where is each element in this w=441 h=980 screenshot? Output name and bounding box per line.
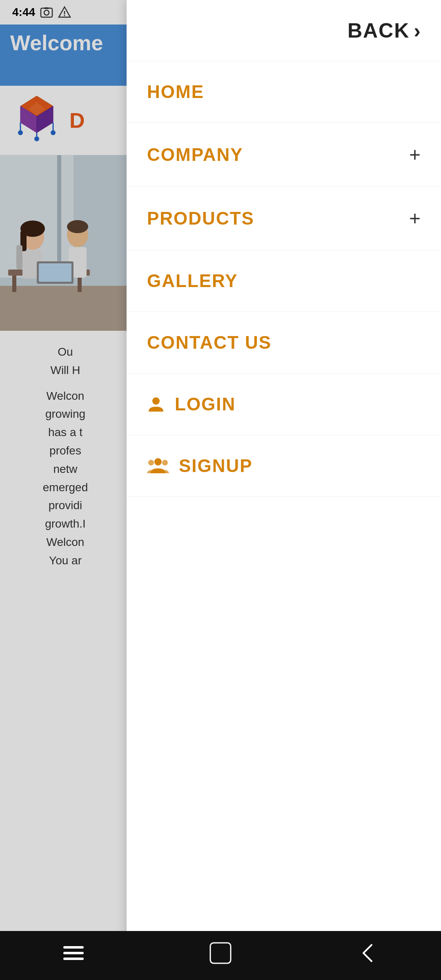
menu-label-gallery: GALLERY [147, 271, 238, 291]
svg-point-29 [162, 460, 168, 466]
svg-rect-45 [63, 946, 84, 949]
back-arrow-icon [355, 941, 380, 965]
menu-label-login: LOGIN [175, 394, 236, 414]
menu-item-contact-left: CONTACT US [147, 332, 272, 353]
overlay-dim[interactable] [0, 0, 131, 980]
menu-label-signup: SIGNUP [179, 456, 253, 476]
menu-label-company: COMPANY [147, 145, 243, 165]
home-circle-icon [208, 941, 233, 965]
menu-item-gallery[interactable]: GALLERY [127, 250, 441, 312]
products-expand-icon: + [409, 207, 421, 229]
back-button[interactable]: BACK › [127, 0, 441, 61]
svg-rect-47 [63, 958, 84, 960]
menu-label-home: HOME [147, 82, 204, 102]
svg-point-30 [148, 460, 154, 466]
menu-item-gallery-left: GALLERY [147, 271, 238, 291]
svg-rect-48 [210, 943, 231, 963]
company-expand-icon: + [409, 143, 421, 166]
menu-item-login[interactable]: LOGIN [127, 374, 441, 435]
menu-item-login-left: LOGIN [147, 394, 236, 414]
menu-label-contact: CONTACT US [147, 332, 272, 353]
menu-item-signup-left: SIGNUP [147, 456, 253, 476]
menu-item-company-left: COMPANY [147, 145, 243, 165]
menu-item-products-left: PRODUCTS [147, 208, 254, 229]
menu-item-home-left: HOME [147, 82, 204, 102]
menu-item-home[interactable]: HOME [127, 61, 441, 123]
nav-home-button[interactable] [208, 941, 233, 970]
bottom-nav [0, 931, 441, 980]
menu-label-products: PRODUCTS [147, 208, 254, 229]
menu-lines-icon [61, 943, 86, 963]
nav-menu-button[interactable] [61, 943, 86, 968]
group-icon [147, 457, 169, 475]
menu-item-products[interactable]: PRODUCTS + [127, 187, 441, 250]
back-chevron-icon: › [414, 19, 421, 42]
side-menu: BACK › HOME COMPANY + PRODUCTS + GALLERY… [127, 0, 441, 980]
menu-item-contact[interactable]: CONTACT US [127, 312, 441, 374]
menu-item-company[interactable]: COMPANY + [127, 123, 441, 187]
menu-item-signup[interactable]: SIGNUP [127, 435, 441, 497]
back-label: BACK [347, 19, 410, 42]
person-icon [147, 395, 165, 413]
svg-point-27 [152, 397, 160, 405]
svg-point-28 [154, 458, 162, 466]
svg-rect-46 [63, 952, 84, 954]
nav-back-button[interactable] [355, 941, 380, 970]
